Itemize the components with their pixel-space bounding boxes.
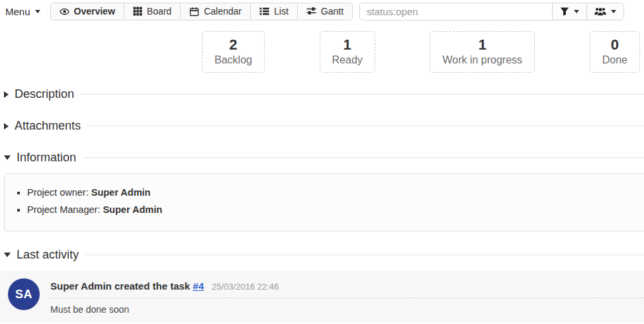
done-label: Done <box>602 54 627 66</box>
ready-label: Ready <box>332 54 363 66</box>
section-information[interactable]: Information <box>4 151 644 165</box>
users-icon <box>594 7 606 16</box>
sliders-icon <box>306 7 316 16</box>
search-input[interactable] <box>360 3 552 20</box>
tab-calendar[interactable]: Calendar <box>181 3 251 20</box>
section-attachments[interactable]: Attachments <box>4 119 644 133</box>
project-owner-label: Project owner: <box>27 187 91 198</box>
project-owner-value: Super Admin <box>91 187 151 198</box>
expanded-arrow-icon <box>4 155 11 160</box>
tab-list[interactable]: List <box>251 3 298 20</box>
summary-box-ready: 1 Ready <box>320 31 375 73</box>
backlog-label: Backlog <box>214 54 252 66</box>
filter-funnel-icon <box>560 7 569 16</box>
section-last-activity[interactable]: Last activity <box>4 248 644 262</box>
section-description[interactable]: Description <box>4 87 644 101</box>
done-count: 0 <box>602 36 627 54</box>
summary-box-backlog: 2 Backlog <box>202 31 265 73</box>
activity-event: SA Super Admin created the task #425/03/… <box>8 278 644 315</box>
collapsed-arrow-icon <box>4 91 9 98</box>
list-item-project-owner: Project owner: Super Admin <box>27 184 644 201</box>
section-divider <box>85 255 644 255</box>
tab-calendar-label: Calendar <box>204 6 242 17</box>
list-icon <box>259 7 269 16</box>
section-divider <box>87 126 644 126</box>
tab-overview[interactable]: Overview <box>51 3 124 20</box>
chevron-down-icon <box>35 10 40 13</box>
work-in-progress-count: 1 <box>442 36 522 54</box>
backlog-count: 2 <box>214 36 252 54</box>
calendar-icon <box>189 7 199 17</box>
expanded-arrow-icon <box>4 253 11 257</box>
top-toolbar: Menu Overview Board Calendar List Gantt <box>0 0 644 20</box>
tab-list-label: List <box>274 6 289 17</box>
chevron-down-icon <box>574 10 579 13</box>
summary-box-work-in-progress: 1 Work in progress <box>430 31 535 73</box>
view-switcher: Overview Board Calendar List Gantt <box>50 3 353 20</box>
tab-overview-label: Overview <box>74 6 115 17</box>
menu-label: Menu <box>5 6 30 17</box>
column-summary: 2 Backlog 1 Ready 1 Work in progress 0 D… <box>202 31 640 73</box>
chevron-down-icon <box>611 10 616 13</box>
users-filter-dropdown-button[interactable] <box>586 3 623 20</box>
grid-icon <box>133 7 142 16</box>
section-divider <box>83 157 644 158</box>
tab-board-label: Board <box>147 6 171 17</box>
tab-board[interactable]: Board <box>124 3 181 20</box>
search-group <box>359 3 624 20</box>
project-manager-label: Project Manager: <box>27 204 103 215</box>
menu-dropdown[interactable]: Menu <box>5 6 40 17</box>
list-item-project-manager: Project Manager: Super Admin <box>27 201 644 218</box>
section-divider <box>81 94 644 95</box>
information-list: Project owner: Super Admin Project Manag… <box>27 184 644 218</box>
activity-title: Super Admin created the task <box>50 280 193 292</box>
task-link[interactable]: #4 <box>193 280 204 292</box>
filter-dropdown-button[interactable] <box>552 3 586 20</box>
work-in-progress-label: Work in progress <box>442 54 522 66</box>
activity-body: Must be done soon <box>50 304 644 315</box>
eye-icon <box>60 7 69 17</box>
avatar: SA <box>8 278 40 310</box>
section-information-title: Information <box>17 151 76 165</box>
tab-gantt-label: Gantt <box>321 6 344 17</box>
ready-count: 1 <box>332 36 363 54</box>
activity-feed: SA Super Admin created the task #425/03/… <box>0 271 644 323</box>
section-attachments-title: Attachments <box>15 119 81 133</box>
section-last-activity-title: Last activity <box>17 248 79 262</box>
summary-box-done: 0 Done <box>590 31 640 73</box>
activity-title-row: Super Admin created the task #425/03/201… <box>50 278 644 298</box>
activity-content: Super Admin created the task #425/03/201… <box>50 278 644 315</box>
project-manager-value: Super Admin <box>103 204 162 215</box>
activity-timestamp: 25/03/2016 22:46 <box>212 282 279 292</box>
tab-gantt[interactable]: Gantt <box>298 3 352 20</box>
section-description-title: Description <box>15 87 74 101</box>
collapsed-arrow-icon <box>4 123 9 130</box>
information-panel: Project owner: Super Admin Project Manag… <box>4 173 644 231</box>
